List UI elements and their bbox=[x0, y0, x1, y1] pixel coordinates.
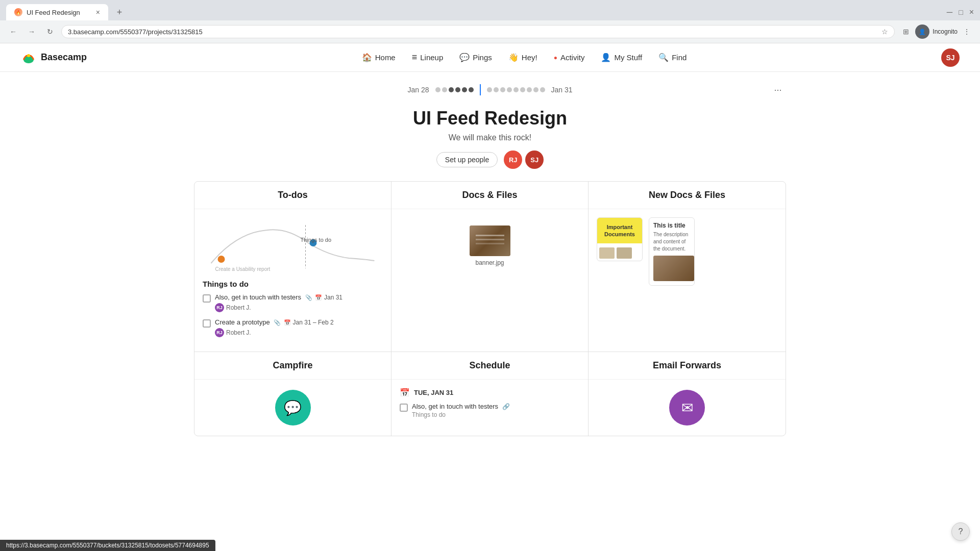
todo-text-2: Create a prototype 📎 📅 Jan 31 – Feb 2 bbox=[215, 318, 334, 326]
nav-find[interactable]: 🔍 Find bbox=[651, 49, 694, 65]
schedule-date-text: TUE, JAN 31 bbox=[414, 389, 453, 396]
profile-button[interactable]: 👤 bbox=[915, 24, 929, 39]
timeline-dots-right bbox=[487, 87, 545, 92]
todos-card-header[interactable]: To-dos bbox=[194, 182, 391, 209]
nav-home[interactable]: 🏠 Home bbox=[355, 49, 403, 65]
project-header: UI Feed Redesign We will make this rock!… bbox=[194, 99, 786, 181]
doc-card-1-title: Important Documents bbox=[601, 223, 638, 238]
timeline-more-button[interactable]: ··· bbox=[770, 82, 786, 98]
new-docs-card: New Docs & Files Important Documents bbox=[589, 182, 786, 352]
todos-card: To-dos bbox=[194, 182, 391, 352]
tl-dot-1[interactable] bbox=[435, 87, 440, 92]
tl-dot-9[interactable] bbox=[500, 87, 505, 92]
nav-hey-label: Hey! bbox=[522, 53, 537, 62]
tab-close-button[interactable]: × bbox=[96, 8, 100, 16]
window-close[interactable]: × bbox=[969, 8, 974, 17]
mini-img-1 bbox=[599, 247, 615, 259]
doc-file[interactable]: banner.jpg bbox=[470, 226, 510, 266]
browser-more-button[interactable]: ⋮ bbox=[960, 24, 974, 39]
avatar-initials: SJ bbox=[946, 54, 954, 62]
address-text: 3.basecamp.com/5550377/projects/31325815 bbox=[68, 28, 877, 36]
status-url: https://3.basecamp.com/5550377/buckets/3… bbox=[6, 542, 209, 548]
app: Basecamp 🏠 Home ≡ Lineup 💬 Pings 👋 Hey! … bbox=[0, 43, 980, 548]
help-button[interactable]: ? bbox=[951, 522, 970, 541]
tl-dot-13[interactable] bbox=[527, 87, 532, 92]
tl-dot-4[interactable] bbox=[455, 87, 460, 92]
avatar-rj[interactable]: RJ bbox=[504, 151, 522, 169]
todo-text-1: Also, get in touch with testers 📎 📅 Jan … bbox=[215, 293, 342, 301]
docs-card-body: banner.jpg bbox=[391, 209, 588, 283]
mini-img-2 bbox=[617, 247, 632, 259]
cards-grid: To-dos bbox=[194, 181, 786, 436]
email-forwards-card-header[interactable]: Email Forwards bbox=[589, 352, 786, 380]
docs-card-header[interactable]: Docs & Files bbox=[391, 182, 588, 209]
project-subtitle: We will make this rock! bbox=[194, 133, 786, 142]
todos-chart: Things to do Create a Usability report bbox=[203, 217, 383, 273]
todo-assignee-name-1: Robert J. bbox=[226, 304, 251, 311]
tl-dot-2[interactable] bbox=[442, 87, 447, 92]
important-docs-card[interactable]: Important Documents bbox=[597, 217, 643, 261]
timeline-end-date: Jan 31 bbox=[551, 86, 573, 94]
nav-lineup[interactable]: ≡ Lineup bbox=[405, 49, 451, 66]
email-forwards-card-body: ✉ bbox=[589, 380, 786, 436]
campfire-card-header[interactable]: Campfire bbox=[194, 352, 391, 380]
avatar-sj[interactable]: SJ bbox=[525, 151, 544, 169]
campfire-chat-icon: 💬 bbox=[284, 399, 302, 416]
nav-hey[interactable]: 👋 Hey! bbox=[501, 49, 545, 65]
todo-checkbox-1[interactable] bbox=[203, 294, 211, 303]
setup-people-button[interactable]: Set up people bbox=[436, 152, 498, 167]
email-envelope-icon: ✉ bbox=[681, 399, 693, 416]
tl-dot-6[interactable] bbox=[469, 87, 474, 92]
tl-dot-8[interactable] bbox=[494, 87, 499, 92]
tl-dot-5[interactable] bbox=[462, 87, 467, 92]
tl-dot-10[interactable] bbox=[507, 87, 512, 92]
nav-pings[interactable]: 💬 Pings bbox=[452, 49, 499, 65]
new-tab-button[interactable]: + bbox=[112, 5, 127, 19]
nav-activity[interactable]: ● Activity bbox=[547, 50, 592, 65]
tl-dot-7[interactable] bbox=[487, 87, 492, 92]
main-content: Jan 28 Jan 31 bbox=[163, 72, 817, 436]
tl-dot-11[interactable] bbox=[513, 87, 519, 92]
new-docs-card-header[interactable]: New Docs & Files bbox=[589, 182, 786, 209]
email-forwards-card: Email Forwards ✉ bbox=[589, 352, 786, 436]
tl-dot-15[interactable] bbox=[540, 87, 545, 92]
tl-dot-3[interactable] bbox=[449, 87, 454, 92]
schedule-card-header[interactable]: Schedule bbox=[391, 352, 588, 380]
todo-attachment-icon: 📎 bbox=[305, 294, 312, 300]
nav-mystuff[interactable]: 👤 My Stuff bbox=[594, 49, 649, 65]
svg-point-4 bbox=[218, 256, 225, 263]
browser-tab[interactable]: 🔥 UI Feed Redesign × bbox=[6, 4, 108, 20]
nav-find-label: Find bbox=[672, 53, 687, 62]
logo[interactable]: Basecamp bbox=[20, 49, 87, 66]
window-maximize[interactable]: □ bbox=[959, 8, 963, 16]
tl-dot-14[interactable] bbox=[533, 87, 538, 92]
doc-img bbox=[470, 226, 510, 256]
campfire-icon[interactable]: 💬 bbox=[275, 390, 311, 425]
window-minimize[interactable]: ─ bbox=[947, 8, 952, 17]
project-title: UI Feed Redesign bbox=[194, 108, 786, 129]
todo-assignee-2: RJ Robert J. bbox=[215, 328, 334, 337]
refresh-button[interactable]: ↻ bbox=[43, 24, 57, 39]
sidebar-button[interactable]: ⊞ bbox=[899, 24, 913, 39]
logo-text: Basecamp bbox=[41, 52, 87, 63]
new-docs-card-body: Important Documents This is title The de bbox=[589, 209, 786, 294]
address-bar[interactable]: 3.basecamp.com/5550377/projects/31325815… bbox=[61, 25, 895, 38]
nav-mystuff-label: My Stuff bbox=[614, 53, 642, 62]
schedule-card: Schedule 📅 TUE, JAN 31 Also, get in touc… bbox=[391, 352, 589, 436]
browser-toolbar: ← → ↻ 3.basecamp.com/5550377/projects/31… bbox=[0, 20, 980, 43]
schedule-checkbox-1[interactable] bbox=[400, 404, 408, 412]
back-button[interactable]: ← bbox=[6, 24, 20, 39]
tl-dot-12[interactable] bbox=[520, 87, 525, 92]
forward-button[interactable]: → bbox=[24, 24, 39, 39]
pings-icon: 💬 bbox=[459, 53, 470, 62]
user-avatar[interactable]: SJ bbox=[941, 48, 960, 67]
text-doc-img bbox=[653, 256, 694, 281]
text-doc-card[interactable]: This is title The description and conten… bbox=[649, 217, 695, 286]
bookmark-icon[interactable]: ☆ bbox=[881, 28, 888, 36]
mystuff-icon: 👤 bbox=[601, 53, 611, 62]
todo-checkbox-2[interactable] bbox=[203, 319, 211, 328]
todo-item-1: Also, get in touch with testers 📎 📅 Jan … bbox=[203, 293, 383, 312]
schedule-item-1: Also, get in touch with testers 🔗 Things… bbox=[400, 403, 580, 418]
email-icon[interactable]: ✉ bbox=[669, 390, 705, 425]
tab-favicon: 🔥 bbox=[14, 8, 22, 16]
